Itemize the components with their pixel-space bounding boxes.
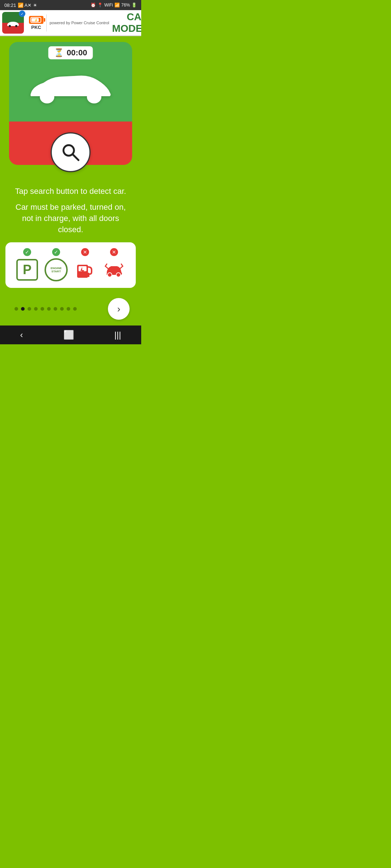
pkc-battery-icon: ⚡ <box>29 16 43 24</box>
page-title: CAR MODEL <box>112 11 141 34</box>
dot-4[interactable] <box>41 307 44 311</box>
charging-icon-svg <box>74 259 96 281</box>
car-silhouette-svg <box>24 67 118 106</box>
req-parked-icon: P <box>15 258 39 282</box>
svg-point-13 <box>108 273 112 277</box>
status-icons: 📶 A✕ ☀ <box>18 3 37 8</box>
svg-text:⚡: ⚡ <box>34 18 38 22</box>
instruction-line-1: Tap search button to detect car. <box>12 187 130 196</box>
nav-bar: ‹ ⬜ ||| <box>0 326 141 344</box>
wifi-icon: WiFi <box>104 3 113 8</box>
car-logo-icon <box>5 18 21 27</box>
status-bar: 08:21 📶 A✕ ☀ ⏰ 📍 WiFi 📶 76% 🔋 <box>0 0 141 10</box>
svg-point-5 <box>40 90 54 103</box>
req-doors-icon <box>102 258 126 282</box>
location-icon: 📍 <box>97 3 103 8</box>
req-charging-badge: ✕ <box>81 248 89 256</box>
timer-value: 00:00 <box>67 48 87 58</box>
svg-point-6 <box>87 90 101 103</box>
battery-level: 76% <box>121 3 130 8</box>
logo-badge: ✓ <box>19 10 25 17</box>
main-content: ⏳ 00:00 Tap search button to <box>0 36 141 326</box>
parking-icon: P <box>16 259 38 281</box>
doors-icon-svg <box>103 259 125 281</box>
status-right: ⏰ 📍 WiFi 📶 76% 🔋 <box>91 3 137 8</box>
req-engine-badge: ✓ <box>52 248 60 256</box>
status-left: 08:21 📶 A✕ ☀ <box>4 3 37 8</box>
battery-icon: 🔋 <box>131 3 137 8</box>
pkc-label: PKC <box>31 25 41 30</box>
dot-7[interactable] <box>60 307 64 311</box>
pagination-area: › <box>6 292 135 326</box>
engine-start-icon: ENGINE START <box>45 258 68 281</box>
timer-badge: ⏳ 00:00 <box>48 46 93 59</box>
next-button[interactable]: › <box>108 298 130 320</box>
svg-point-0 <box>9 25 11 27</box>
svg-rect-11 <box>87 273 89 277</box>
hourglass-icon: ⏳ <box>54 48 64 58</box>
dot-1[interactable] <box>21 307 25 311</box>
requirements-card: ✓ P ✓ ENGINE START ✕ <box>5 242 136 288</box>
req-parked-badge: ✓ <box>23 248 31 256</box>
dot-5[interactable] <box>47 307 51 311</box>
menu-button[interactable]: ||| <box>106 327 130 343</box>
alarm-icon: ⏰ <box>91 3 96 8</box>
dot-9[interactable] <box>73 307 77 311</box>
status-time: 08:21 <box>4 3 16 8</box>
svg-line-16 <box>119 266 123 269</box>
dot-6[interactable] <box>54 307 57 311</box>
dot-8[interactable] <box>67 307 70 311</box>
car-card: ⏳ 00:00 <box>9 42 132 165</box>
req-engine-icon: ENGINE START <box>44 258 68 282</box>
svg-line-15 <box>105 266 109 269</box>
pkc-area: ⚡ PKC <box>26 14 47 31</box>
home-button[interactable]: ⬜ <box>55 327 83 343</box>
instruction-area: Tap search button to detect car. Car mus… <box>6 187 135 242</box>
dot-2[interactable] <box>28 307 31 311</box>
svg-line-18 <box>121 264 123 266</box>
req-parked: ✓ P <box>15 248 39 282</box>
car-card-top: ⏳ 00:00 <box>9 42 132 122</box>
svg-point-1 <box>15 25 17 27</box>
back-button[interactable]: ‹ <box>12 327 32 343</box>
search-icon <box>60 142 81 162</box>
search-button[interactable] <box>51 132 91 172</box>
svg-line-17 <box>105 264 107 266</box>
car-silhouette <box>24 67 118 108</box>
powered-by-text: powered by Power Cruise Control <box>47 21 112 25</box>
app-logo: ✓ <box>2 12 24 34</box>
dot-0[interactable] <box>14 307 18 311</box>
req-doors: ✕ <box>102 248 126 282</box>
svg-line-8 <box>72 154 79 160</box>
signal-icon: 📶 <box>114 3 120 8</box>
req-charging-icon <box>73 258 97 282</box>
dot-3[interactable] <box>34 307 38 311</box>
dots-row <box>9 307 77 311</box>
req-doors-badge: ✕ <box>110 248 118 256</box>
instruction-line-2: Car must be parked, turned on, not in ch… <box>12 202 130 235</box>
app-header: ✓ ⚡ PKC powered by Power Cruise Control … <box>0 10 141 36</box>
req-engine: ✓ ENGINE START <box>44 248 68 282</box>
svg-point-14 <box>116 273 121 277</box>
req-charging: ✕ <box>73 248 97 282</box>
